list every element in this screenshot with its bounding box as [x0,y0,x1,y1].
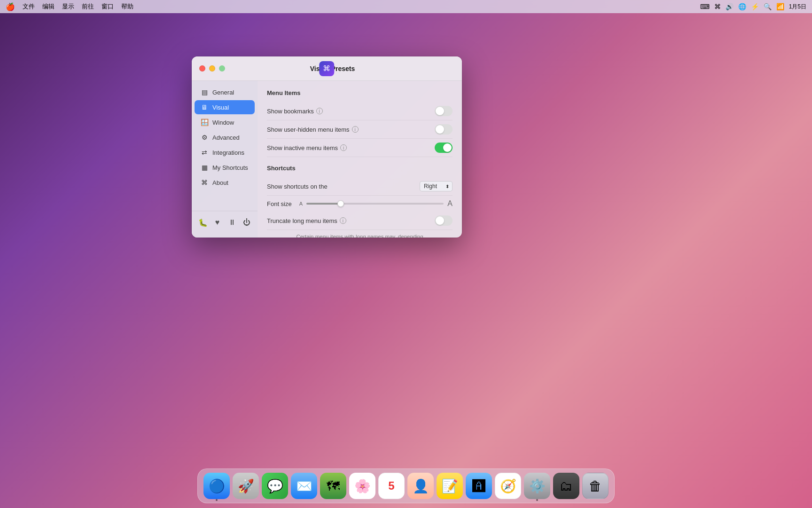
dock-item-notes[interactable]: 📝 [437,473,463,499]
dock-item-contacts[interactable]: 👤 [407,473,434,499]
menubar-right: ⌨ ⌘ 🔊 🌐 ⚡ 🔍 📶 1月5日 [700,3,806,11]
my-shortcuts-icon: ▦ [200,164,209,171]
sidebar-label-visual: Visual [212,104,229,111]
show-shortcuts-row: Show shortcuts on the Right ⬍ [267,177,453,196]
dock-item-trash[interactable]: 🗑 [582,473,609,499]
sidebar-item-window[interactable]: 🪟 Window [195,115,255,129]
sidebar-item-advanced[interactable]: ⚙ Advanced [195,130,255,144]
dock-item-messages[interactable]: 💬 [262,473,288,499]
show-user-hidden-row: Show user-hidden menu items i [267,120,453,139]
dock-item-photos[interactable]: 🌸 [349,473,375,499]
show-user-hidden-label: Show user-hidden menu items i [267,126,359,133]
sidebar-label-advanced: Advanced [212,134,240,141]
menu-window[interactable]: 窗口 [102,2,114,11]
bug-button[interactable]: 🐛 [196,216,210,229]
menu-go[interactable]: 前往 [82,2,94,11]
about-icon: ⌘ [200,179,209,186]
menubar-time: 1月5日 [789,3,806,11]
dock-item-securefiles[interactable]: 🗂 [553,473,579,499]
general-icon: ▤ [200,88,209,96]
dock-item-mail[interactable]: ✉️ [291,473,317,499]
font-size-label: Font size [267,200,292,207]
menubar-icon-1[interactable]: ⌨ [700,3,710,10]
window-body: ▤ General 🖥 Visual 🪟 Window ⚙ Advanced ⇄… [192,81,462,238]
font-size-row: Font size A A [267,196,453,212]
show-bookmarks-info[interactable]: i [316,108,323,114]
minimize-button[interactable] [209,65,215,71]
shortcuts-section-title: Shortcuts [267,165,453,172]
window-icon: 🪟 [200,119,209,126]
titlebar: ⌘ Visual Presets [192,56,462,81]
app-icon: ⌘ [319,61,334,76]
advanced-icon: ⚙ [200,134,209,141]
main-content: Menu Items Show bookmarks i Show user-hi… [258,81,462,238]
sidebar-footer: 🐛 ♥ ⏸ ⏻ [192,211,258,234]
truncate-description: Certain menu items with long names may, … [267,233,453,238]
integrations-icon: ⇄ [200,149,209,156]
font-size-slider-container: A A [299,199,453,208]
menu-file[interactable]: 文件 [23,2,35,11]
sidebar-label-general: General [212,89,234,96]
show-inactive-toggle[interactable] [435,143,453,153]
dock-item-sysprefs[interactable]: ⚙️ [524,473,550,499]
dock-item-launchpad[interactable]: 🚀 [233,473,259,499]
sidebar-item-visual[interactable]: 🖥 Visual [195,100,255,114]
shortcuts-position-dropdown[interactable]: Right ⬍ [420,181,453,191]
sidebar-label-window: Window [212,119,234,126]
truncate-info[interactable]: i [340,217,346,224]
close-button[interactable] [199,65,205,71]
visual-icon: 🖥 [200,103,209,111]
sidebar: ▤ General 🖥 Visual 🪟 Window ⚙ Advanced ⇄… [192,81,258,238]
show-bookmarks-toggle[interactable] [435,106,453,116]
truncate-toggle[interactable] [435,215,453,226]
truncate-label: Truncate long menu items i [267,217,346,224]
menubar-icon-6[interactable]: 🔍 [764,3,772,10]
pause-button[interactable]: ⏸ [226,216,239,229]
menu-edit[interactable]: 编辑 [42,2,55,11]
font-size-slider-thumb[interactable] [337,200,344,207]
dropdown-arrow-icon: ⬍ [445,184,449,189]
sidebar-label-about: About [212,179,228,186]
show-inactive-row: Show inactive menu items i [267,139,453,157]
dock-item-maps[interactable]: 🗺 [320,473,346,499]
show-shortcuts-label: Show shortcuts on the [267,183,328,190]
menubar-icon-7[interactable]: 📶 [776,3,784,10]
heart-button[interactable]: ♥ [211,216,224,229]
menubar-icon-4[interactable]: 🌐 [738,3,746,10]
dock-item-finder[interactable]: 🔵 [203,473,230,499]
menubar-icon-5[interactable]: ⚡ [751,3,759,10]
font-small-indicator: A [299,201,303,206]
dock-item-appstore[interactable]: 🅰 [466,473,492,499]
show-user-hidden-info[interactable]: i [352,126,359,133]
dock-item-safari[interactable]: 🧭 [495,473,521,499]
font-large-indicator: A [447,199,453,208]
menu-help[interactable]: 帮助 [121,2,133,11]
power-button[interactable]: ⏻ [240,216,253,229]
menu-view[interactable]: 显示 [62,2,74,11]
menubar-icon-2[interactable]: ⌘ [714,3,721,10]
shortcuts-position-value: Right [424,183,437,190]
show-user-hidden-toggle[interactable] [435,124,453,135]
sidebar-item-integrations[interactable]: ⇄ Integrations [195,145,255,159]
slider-fill [306,203,341,205]
menubar: 🍎 文件 编辑 显示 前往 窗口 帮助 ⌨ ⌘ 🔊 🌐 ⚡ 🔍 📶 1月5日 [0,0,812,13]
show-inactive-info[interactable]: i [340,144,347,151]
traffic-lights [199,65,225,71]
menu-items-section-title: Menu Items [267,89,453,96]
sidebar-item-my-shortcuts[interactable]: ▦ My Shortcuts [195,160,255,175]
sidebar-label-integrations: Integrations [212,149,244,156]
sidebar-item-general[interactable]: ▤ General [195,85,255,99]
sidebar-item-about[interactable]: ⌘ About [195,175,255,190]
show-bookmarks-row: Show bookmarks i [267,102,453,120]
dock-item-calendar[interactable]: 5 [378,473,405,499]
dock: 🔵 🚀 💬 ✉️ 🗺 🌸 5 👤 📝 🅰 🧭 ⚙️ 🗂 🗑 [197,468,615,503]
menubar-left: 🍎 文件 编辑 显示 前往 窗口 帮助 [6,2,133,11]
menubar-icon-3[interactable]: 🔊 [726,3,734,10]
apple-menu[interactable]: 🍎 [6,2,15,11]
show-bookmarks-label: Show bookmarks i [267,108,323,115]
font-size-slider-track [306,203,444,205]
show-inactive-label: Show inactive menu items i [267,144,347,151]
preferences-window: ⌘ Visual Presets ▤ General 🖥 Visual 🪟 Wi… [192,56,462,238]
sidebar-label-my-shortcuts: My Shortcuts [212,164,248,171]
maximize-button[interactable] [219,65,225,71]
